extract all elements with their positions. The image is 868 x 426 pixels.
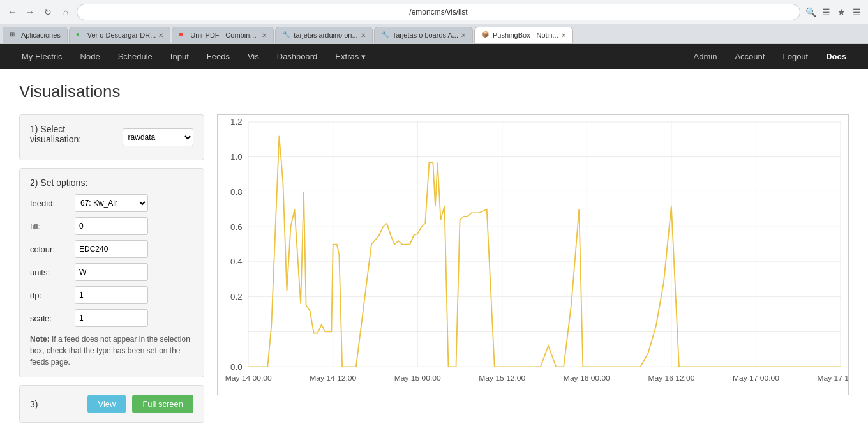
tab-boards[interactable]: 🔧 Tarjetas o boards A... ✕ <box>374 27 473 43</box>
fill-input[interactable] <box>75 217 148 235</box>
tab-favicon-pdf: ■ <box>179 31 188 40</box>
svg-text:1.2: 1.2 <box>230 118 242 126</box>
form-row-colour: colour: <box>30 240 193 258</box>
chart-svg: 1.2 1.0 0.8 0.6 0.4 0.2 0.0 May 14 00:00… <box>218 115 848 395</box>
left-panel: 1) Select visualisation: rawdata multigr… <box>19 114 204 426</box>
nav-docs[interactable]: Docs <box>817 44 855 69</box>
section1-panel: 1) Select visualisation: rawdata multigr… <box>19 114 204 160</box>
tab-label-apps: Aplicaciones <box>21 31 61 39</box>
tab-label-pdf: Unir PDF - Combina... <box>190 31 259 39</box>
browser-icons: 🔍 ☰ ★ ☰ <box>804 6 863 19</box>
fullscreen-button[interactable]: Full screen <box>132 395 193 413</box>
tab-favicon-arduino: 🔧 <box>282 31 291 40</box>
note-bold: Note: <box>30 335 50 344</box>
select-row: 1) Select visualisation: rawdata multigr… <box>30 124 193 151</box>
nav-dashboard[interactable]: Dashboard <box>268 44 327 69</box>
address-bar[interactable] <box>77 4 800 20</box>
note-body: If a feed does not appear in the selecti… <box>30 335 190 367</box>
svg-text:May 17 00:00: May 17 00:00 <box>733 375 779 382</box>
label-units: units: <box>30 268 75 277</box>
tab-favicon-apps: ⊞ <box>10 31 19 40</box>
tabs-bar: ⊞ Aplicaciones ● Ver o Descargar DR... ✕… <box>0 24 868 43</box>
tab-close-dr[interactable]: ✕ <box>158 32 163 39</box>
form-row-dp: dp: <box>30 286 193 304</box>
nav-schedule[interactable]: Schedule <box>109 44 161 69</box>
tab-label-boards: Tarjetas o boards A... <box>393 31 458 39</box>
section3-panel: 3) View Full screen <box>19 385 204 423</box>
nav-logout[interactable]: Logout <box>774 44 817 69</box>
section3-label: 3) <box>30 399 81 409</box>
svg-text:0.8: 0.8 <box>230 188 242 196</box>
tab-pdf[interactable]: ■ Unir PDF - Combina... ✕ <box>172 27 274 43</box>
form-row-units: units: <box>30 263 193 281</box>
tab-dr[interactable]: ● Ver o Descargar DR... ✕ <box>69 27 171 43</box>
svg-text:May 14 00:00: May 14 00:00 <box>225 375 272 382</box>
svg-text:0.4: 0.4 <box>230 258 242 266</box>
bookmark-list-icon[interactable]: ☰ <box>819 6 832 19</box>
nav-account[interactable]: Account <box>726 44 774 69</box>
scale-input[interactable] <box>75 309 148 327</box>
forward-button[interactable]: → <box>23 5 37 19</box>
svg-text:May 17 12:00: May 17 12:00 <box>817 375 848 382</box>
nav-node[interactable]: Node <box>71 44 109 69</box>
section2-label: 2) Set options: <box>30 178 193 188</box>
tab-close-arduino[interactable]: ✕ <box>361 32 366 39</box>
nav-menu: My Electric Node Schedule Input Feeds Vi… <box>0 44 868 69</box>
form-row-scale: scale: <box>30 309 193 327</box>
nav-vis[interactable]: Vis <box>239 44 268 69</box>
layout: 1) Select visualisation: rawdata multigr… <box>19 114 849 426</box>
nav-extras[interactable]: Extras ▾ <box>326 44 374 69</box>
svg-text:1.0: 1.0 <box>230 153 242 162</box>
section2-panel: 2) Set options: feedid: 67: Kw_Air fill:… <box>19 168 204 377</box>
units-input[interactable] <box>75 263 148 281</box>
form-row-fill: fill: <box>30 217 193 235</box>
browser-chrome: ← → ↻ ⌂ 🔍 ☰ ★ ☰ ⊞ Aplicaciones ● Ver o D… <box>0 0 868 44</box>
chart-line <box>248 136 841 367</box>
tab-label-dr: Ver o Descargar DR... <box>87 31 156 39</box>
svg-text:0.0: 0.0 <box>230 363 242 371</box>
tab-close-pushing[interactable]: ✕ <box>561 32 566 39</box>
nav-my-electric[interactable]: My Electric <box>13 44 71 69</box>
form-row-feedid: feedid: 67: Kw_Air <box>30 194 193 212</box>
refresh-button[interactable]: ↻ <box>41 5 55 19</box>
svg-text:May 15 00:00: May 15 00:00 <box>394 375 441 382</box>
svg-text:0.2: 0.2 <box>230 293 242 301</box>
svg-text:May 15 12:00: May 15 12:00 <box>479 375 525 382</box>
main-content: Visualisations 1) Select visualisation: … <box>0 69 868 426</box>
tab-favicon-pushing: 📦 <box>481 31 490 40</box>
svg-text:May 14 12:00: May 14 12:00 <box>310 375 356 382</box>
search-icon[interactable]: 🔍 <box>804 6 817 19</box>
tab-pushing[interactable]: 📦 PushingBox - Notifi... ✕ <box>474 27 573 43</box>
nav-input[interactable]: Input <box>161 44 198 69</box>
visualisation-select[interactable]: rawdata multigraph bargraph thinkspeak <box>123 128 193 146</box>
svg-text:May 16 12:00: May 16 12:00 <box>648 375 694 382</box>
tab-label-pushing: PushingBox - Notifi... <box>493 31 558 39</box>
nav-admin[interactable]: Admin <box>685 44 726 69</box>
chart-area: 1.2 1.0 0.8 0.6 0.4 0.2 0.0 May 14 00:00… <box>217 114 849 395</box>
nav-feeds[interactable]: Feeds <box>198 44 239 69</box>
menu-icon[interactable]: ☰ <box>850 6 863 19</box>
label-colour: colour: <box>30 245 75 254</box>
tab-label-arduino: tarjetas arduino ori... <box>294 31 357 39</box>
browser-toolbar: ← → ↻ ⌂ 🔍 ☰ ★ ☰ <box>0 0 868 24</box>
view-button[interactable]: View <box>87 395 126 413</box>
tab-close-boards[interactable]: ✕ <box>461 32 466 39</box>
label-dp: dp: <box>30 291 75 300</box>
back-button[interactable]: ← <box>5 5 19 19</box>
feedid-select[interactable]: 67: Kw_Air <box>75 194 148 212</box>
page-title: Visualisations <box>19 82 849 102</box>
label-fill: fill: <box>30 222 75 231</box>
colour-input[interactable] <box>75 240 148 258</box>
label-scale: scale: <box>30 314 75 323</box>
svg-text:May 16 00:00: May 16 00:00 <box>564 375 610 382</box>
label-feedid: feedid: <box>30 199 75 208</box>
svg-text:0.6: 0.6 <box>230 223 242 231</box>
tab-apps[interactable]: ⊞ Aplicaciones <box>3 27 68 43</box>
tab-close-pdf[interactable]: ✕ <box>262 32 267 39</box>
home-button[interactable]: ⌂ <box>59 5 73 19</box>
section1-label: 1) Select visualisation: <box>30 124 116 144</box>
tab-favicon-dr: ● <box>76 31 85 40</box>
star-icon[interactable]: ★ <box>835 6 848 19</box>
dp-input[interactable] <box>75 286 148 304</box>
tab-arduino[interactable]: 🔧 tarjetas arduino ori... ✕ <box>275 27 372 43</box>
